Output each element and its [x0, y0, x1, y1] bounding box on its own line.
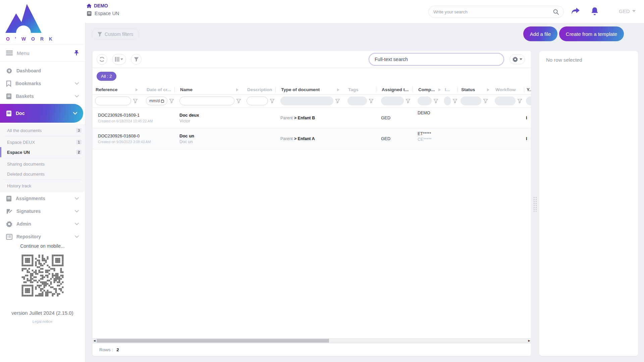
- y-filter-input[interactable]: [526, 97, 531, 105]
- refresh-button[interactable]: [97, 54, 107, 65]
- document-reference: DOC230926-01608-0: [98, 133, 151, 138]
- tags-cell: [347, 128, 381, 149]
- chevron-down-icon: [75, 197, 79, 200]
- company-filter-input[interactable]: [418, 97, 432, 105]
- sidebar-item-dashboard[interactable]: Dashboard: [0, 64, 85, 77]
- divider: [275, 87, 276, 92]
- description-cell: [247, 108, 280, 128]
- breadcrumb-home[interactable]: DEMO: [87, 3, 119, 8]
- funnel-icon[interactable]: [483, 99, 488, 103]
- funnel-icon[interactable]: [369, 99, 373, 103]
- columns-button[interactable]: [112, 54, 126, 65]
- sidebar-item-repository[interactable]: Repository: [0, 230, 85, 243]
- sidebar-item-sharing-documents[interactable]: Sharing documents: [0, 159, 85, 169]
- table-row[interactable]: w DOC230926-01609-1 Created on 6/18/2024…: [93, 108, 531, 128]
- share-button[interactable]: [571, 7, 580, 15]
- sidebar-item-all-documents[interactable]: All the documents 3: [0, 125, 85, 135]
- sidebar-item-assignments[interactable]: Assignments: [0, 192, 85, 205]
- column-header-company[interactable]: Comp...: [418, 87, 444, 92]
- sidebar-item-admin[interactable]: Admin: [0, 218, 85, 230]
- company-cell: DEMO: [418, 108, 444, 128]
- mobile-block: Continue on mobile...: [0, 243, 85, 299]
- reference-filter-input[interactable]: [95, 97, 131, 105]
- y-cell-clipped: I: [526, 128, 529, 149]
- column-header-assigned-to[interactable]: Assigned t...: [381, 87, 418, 92]
- status-filter-input[interactable]: [461, 97, 481, 105]
- column-header-description[interactable]: Description: [247, 87, 280, 92]
- table-row[interactable]: DOC230926-01608-0 Created on 9/26/2023 3…: [93, 128, 531, 149]
- caret-down-icon: [632, 10, 636, 12]
- custom-filters-button[interactable]: Custom filters: [92, 28, 139, 40]
- column-header-type-of-document[interactable]: Type of document: [280, 87, 347, 92]
- funnel-icon[interactable]: [169, 99, 174, 103]
- funnel-icon[interactable]: [270, 99, 274, 103]
- filter-chip-row: All : 2: [93, 68, 531, 84]
- breadcrumb: DEMO Espace UN: [87, 3, 119, 16]
- funnel-icon[interactable]: [434, 99, 438, 103]
- scroll-left-arrow[interactable]: ◀: [93, 339, 96, 343]
- filter-tags: [347, 97, 381, 105]
- sidebar-item-baskets[interactable]: Baskets: [0, 90, 85, 103]
- create-from-template-button[interactable]: Create from a template: [559, 26, 624, 41]
- column-header-date-of-creation[interactable]: Date of cr...: [146, 87, 179, 92]
- doc-book-icon: [6, 110, 12, 117]
- column-header-workflow[interactable]: Workflow: [495, 87, 526, 92]
- grid-empty-area: [93, 149, 531, 338]
- scrollbar-thumb[interactable]: [97, 339, 329, 343]
- filter-i: [444, 97, 461, 105]
- chevron-down-icon: [75, 82, 79, 85]
- sort-caret-icon: [236, 88, 238, 92]
- assigned-cell: GED: [381, 128, 418, 149]
- description-filter-input[interactable]: [247, 97, 268, 105]
- filter-button[interactable]: [131, 54, 142, 65]
- hamburger-icon[interactable]: [6, 51, 13, 55]
- column-header-name[interactable]: Name: [179, 87, 247, 92]
- sidebar-item-history-track[interactable]: History track: [0, 181, 85, 191]
- funnel-icon[interactable]: [453, 99, 457, 103]
- notifications-button[interactable]: [591, 7, 599, 16]
- add-file-button[interactable]: Add a file: [523, 26, 557, 41]
- tags-filter-input[interactable]: [347, 97, 367, 105]
- table-header-row: Reference Date of cr... Name Description…: [93, 84, 531, 94]
- scroll-right-arrow[interactable]: ▶: [527, 339, 531, 343]
- account-menu[interactable]: GED: [619, 8, 636, 14]
- funnel-icon[interactable]: [335, 99, 340, 103]
- breadcrumb-space[interactable]: Espace UN: [87, 11, 119, 16]
- column-header-status[interactable]: Status: [461, 87, 495, 92]
- date-cell: [146, 128, 179, 149]
- grid-settings-button[interactable]: [509, 54, 525, 64]
- horizontal-scrollbar[interactable]: ◀ ▶: [93, 338, 531, 343]
- column-header-reference[interactable]: Reference: [95, 87, 146, 92]
- sidebar-item-doc[interactable]: Doc: [0, 104, 83, 123]
- column-header-i[interactable]: I...: [444, 87, 461, 92]
- assigned-filter-input[interactable]: [381, 97, 404, 105]
- sidebar-item-bookmarks[interactable]: Bookmarks: [0, 77, 85, 90]
- sidebar-item-signatures[interactable]: Signatures: [0, 205, 85, 218]
- all-filter-chip[interactable]: All : 2: [97, 72, 116, 81]
- sidebar-item-espace-un[interactable]: Espace UN 2: [0, 147, 85, 157]
- funnel-icon[interactable]: [518, 99, 522, 103]
- workflow-filter-input[interactable]: [495, 97, 516, 105]
- sort-caret-icon: [136, 88, 138, 92]
- sidebar-item-espace-deux[interactable]: Espace DEUX 1: [0, 137, 85, 147]
- ledger-icon: [6, 93, 12, 100]
- column-header-tags[interactable]: Tags: [347, 87, 381, 92]
- funnel-icon[interactable]: [133, 99, 138, 103]
- search-icon[interactable]: [553, 9, 559, 15]
- i-filter-input[interactable]: [444, 97, 451, 105]
- i-cell: [444, 128, 461, 149]
- pin-sidebar-icon[interactable]: [74, 50, 79, 56]
- date-filter-input[interactable]: mm/d: [146, 97, 167, 105]
- funnel-icon[interactable]: [236, 99, 241, 103]
- legal-notice-link[interactable]: Legal notice: [0, 319, 85, 323]
- panel-resize-handle[interactable]: [533, 197, 537, 212]
- sidebar-item-deleted-documents[interactable]: Deleted documents: [0, 169, 85, 179]
- global-search-input[interactable]: [433, 9, 553, 14]
- funnel-icon[interactable]: [406, 99, 410, 103]
- name-filter-input[interactable]: [179, 97, 234, 105]
- column-header-y[interactable]: Y...: [526, 87, 531, 92]
- type-filter-input[interactable]: [280, 97, 333, 105]
- reference-cell: DOC230926-01608-0 Created on 9/26/2023 3…: [95, 128, 146, 149]
- date-cell: [146, 108, 179, 128]
- fulltext-search-input[interactable]: [369, 53, 504, 66]
